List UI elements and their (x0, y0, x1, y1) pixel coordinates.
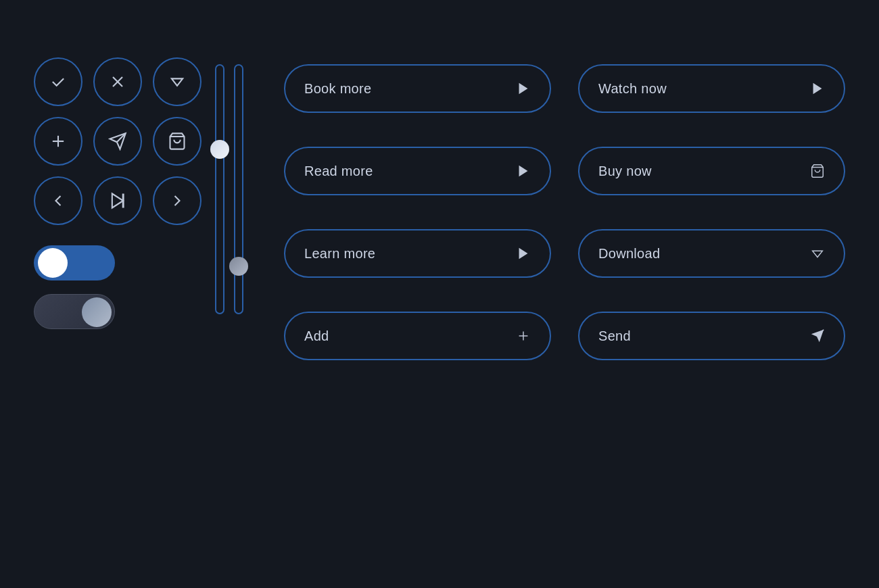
learn-more-button[interactable]: Learn more (284, 229, 551, 278)
svg-marker-19 (811, 330, 824, 342)
toggle-off-thumb (82, 297, 112, 327)
svg-marker-8 (112, 194, 123, 208)
add-button[interactable]: Add (284, 312, 551, 360)
slider-thumb-1[interactable] (210, 140, 229, 159)
send-arrow-icon (810, 328, 825, 343)
close-icon-button[interactable] (93, 57, 142, 106)
read-more-label: Read more (304, 164, 373, 179)
send-icon-button[interactable] (93, 117, 142, 166)
sliders-section (215, 64, 243, 314)
play-arrow-icon (516, 81, 531, 96)
toggle-off[interactable] (34, 294, 115, 329)
download-label: Download (598, 246, 660, 262)
send-label: Send (598, 328, 631, 344)
buy-now-button[interactable]: Buy now (578, 147, 845, 195)
add-label: Add (304, 328, 329, 344)
play-arrow-icon-3 (516, 164, 531, 178)
check-icon-button[interactable] (34, 57, 82, 106)
svg-marker-11 (813, 83, 822, 95)
book-more-button[interactable]: Book more (284, 64, 551, 113)
toggles-section (34, 245, 201, 329)
chevron-right-icon-button[interactable] (153, 176, 201, 225)
learn-more-label: Learn more (304, 246, 375, 262)
slider-track-2[interactable] (234, 64, 243, 314)
svg-marker-10 (519, 83, 528, 95)
book-more-label: Book more (304, 81, 371, 97)
chevron-left-icon-button[interactable] (34, 176, 82, 225)
buttons-panel: Book more Watch now Read more Buy now (284, 57, 845, 360)
buy-now-label: Buy now (598, 164, 652, 179)
slider-track-1[interactable] (215, 64, 224, 314)
basket-icon-2 (810, 164, 825, 178)
slider-thumb-2[interactable] (229, 257, 248, 276)
play-arrow-icon-4 (516, 246, 531, 261)
download-button[interactable]: Download (578, 229, 845, 278)
watch-now-label: Watch now (598, 81, 667, 97)
send-button[interactable]: Send (578, 312, 845, 360)
play-skip-icon-button[interactable] (93, 176, 142, 225)
triangle-down-icon-button[interactable] (153, 57, 201, 106)
toggle-on-thumb (38, 248, 68, 278)
read-more-button[interactable]: Read more (284, 147, 551, 195)
svg-marker-12 (519, 166, 528, 177)
basket-icon-button[interactable] (153, 117, 201, 166)
watch-now-button[interactable]: Watch now (578, 64, 845, 113)
svg-marker-2 (172, 78, 183, 86)
triangle-down-icon-2 (810, 246, 825, 261)
toggle-on[interactable] (34, 245, 115, 280)
svg-marker-15 (813, 251, 823, 257)
plus-icon-2 (516, 328, 531, 343)
play-arrow-icon-2 (810, 81, 825, 96)
icon-grid (34, 57, 201, 225)
plus-icon-button[interactable] (34, 117, 82, 166)
svg-marker-14 (519, 248, 528, 260)
